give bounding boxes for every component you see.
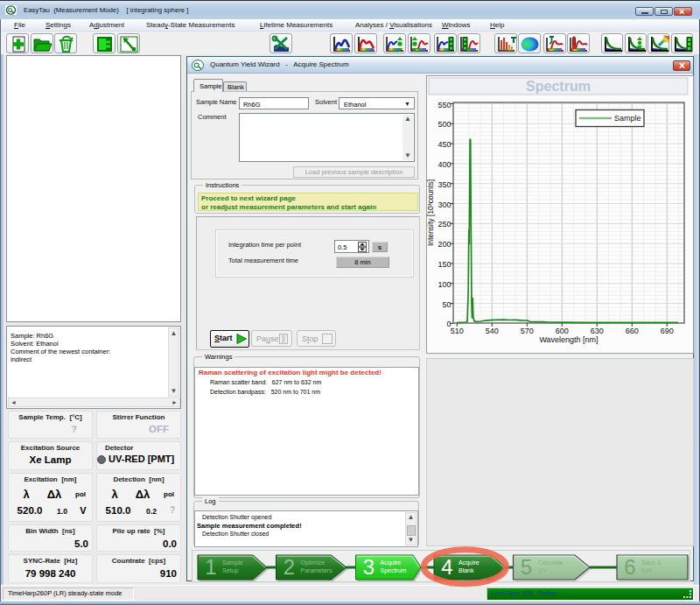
svg-text:2: 2 <box>284 555 295 579</box>
svg-text:450: 450 <box>438 140 451 149</box>
svg-text:630: 630 <box>591 327 604 335</box>
svg-text:540: 540 <box>486 327 499 335</box>
svg-text:400: 400 <box>438 160 451 169</box>
svg-text:510: 510 <box>451 327 464 335</box>
svg-text:300: 300 <box>438 200 451 209</box>
svg-text:Sample: Sample <box>222 559 243 566</box>
svg-text:Calculate: Calculate <box>538 559 564 566</box>
svg-text:250: 250 <box>438 220 451 229</box>
svg-text:200: 200 <box>438 240 451 249</box>
svg-text:Intensity [10³counts]: Intensity [10³counts] <box>426 179 435 246</box>
svg-text:50: 50 <box>442 300 451 309</box>
svg-text:QY: QY <box>538 567 547 574</box>
svg-text:100: 100 <box>438 280 451 289</box>
svg-text:660: 660 <box>626 327 639 335</box>
svg-text:570: 570 <box>521 327 534 335</box>
svg-text:6: 6 <box>624 555 635 579</box>
svg-text:Parameters: Parameters <box>301 567 333 573</box>
svg-text:5: 5 <box>521 555 532 579</box>
svg-text:3: 3 <box>363 555 374 579</box>
svg-text:1: 1 <box>205 555 216 579</box>
svg-text:Optimize: Optimize <box>301 559 326 566</box>
svg-text:600: 600 <box>556 327 569 335</box>
svg-text:Wavelength [nm]: Wavelength [nm] <box>539 335 598 344</box>
svg-text:Spectrum: Spectrum <box>381 567 407 574</box>
svg-text:Exit: Exit <box>641 567 652 573</box>
svg-text:690: 690 <box>661 327 674 335</box>
svg-text:Spectrum: Spectrum <box>526 79 591 94</box>
svg-text:Setup: Setup <box>222 567 238 574</box>
svg-text:500: 500 <box>438 120 451 129</box>
svg-text:150: 150 <box>438 260 451 269</box>
svg-text:Save &: Save & <box>641 559 662 566</box>
svg-text:350: 350 <box>438 180 451 189</box>
svg-text:Acquire: Acquire <box>381 559 402 566</box>
svg-text:550: 550 <box>438 101 451 109</box>
svg-text:Sample: Sample <box>614 114 641 123</box>
svg-text:0: 0 <box>446 320 451 328</box>
